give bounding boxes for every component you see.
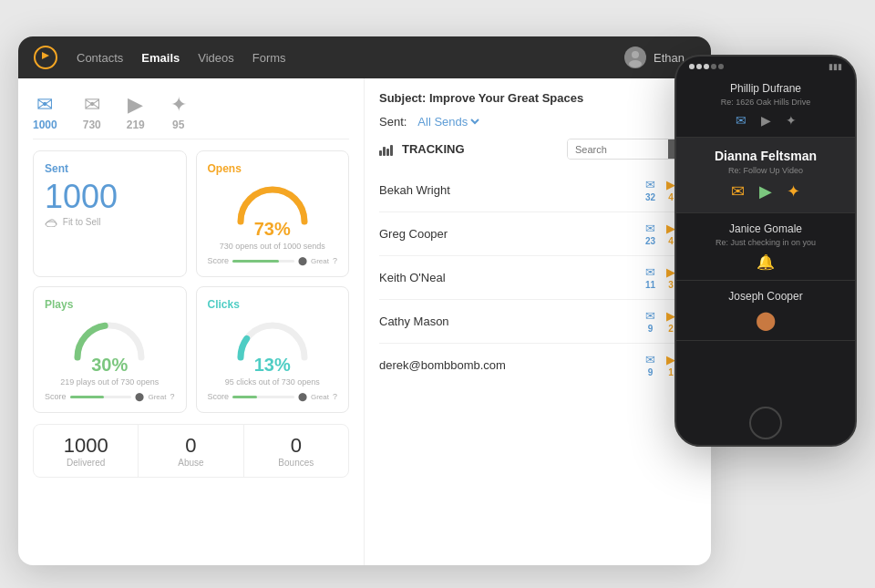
phone-content: Phillip Dufrane Re: 1626 Oak Hills Drive… <box>676 73 855 401</box>
phone-card-icons: 🔔 <box>689 253 842 271</box>
opens-detail: 730 opens out of 1000 sends <box>208 242 338 251</box>
signal-dot <box>689 64 695 69</box>
bar-chart-icon <box>379 143 393 156</box>
delivered-label: Delivered <box>43 458 129 468</box>
email-icon: ✉ <box>645 353 655 366</box>
phone-card-phillip[interactable]: Phillip Dufrane Re: 1626 Oak Hills Drive… <box>676 73 855 138</box>
opens-great-label: Great <box>311 257 329 265</box>
table-row: Bekah Wright ✉ 32 ▶ 4 ✦ <box>379 169 696 212</box>
nav-links: Contacts Emails Videos Forms <box>77 51 624 65</box>
signal-dot <box>704 64 709 69</box>
phone-contact-sub: Re: 1626 Oak Hills Drive <box>689 98 842 107</box>
phone-home-button[interactable] <box>749 407 782 439</box>
contact-name[interactable]: Greg Cooper <box>379 227 645 241</box>
svg-point-2 <box>629 60 642 67</box>
clicks-number: 95 <box>172 119 184 131</box>
nav-bar: Contacts Emails Videos Forms Ethan ▾ <box>18 36 711 78</box>
table-row: Cathy Mason ✉ 9 ▶ 2 ✦ <box>379 300 696 344</box>
stat-opens[interactable]: ✉ 730 <box>83 93 101 131</box>
right-panel: Subject: Improve Your Great Spaces Sent:… <box>365 78 711 565</box>
plays-great-label: Great <box>148 393 166 401</box>
phone-card-dianna[interactable]: Dianna Feltsman Re: Follow Up Video ✉ ▶ … <box>676 138 855 213</box>
phone-statusbar: ▮▮▮ <box>676 57 855 73</box>
signal-dot <box>711 64 716 69</box>
plays-icon: ▶ <box>128 93 143 117</box>
sent-card: Sent 1000 Fit to Sell <box>33 150 187 277</box>
avatar <box>624 46 646 68</box>
plays-number: 219 <box>127 119 145 131</box>
opens-gauge: 73% <box>208 181 338 240</box>
bottom-stats: 1000 Delivered 0 Abuse 0 Bounces <box>33 424 349 478</box>
clicks-icon: ✦ <box>170 93 187 117</box>
phone-card-icons: ✉ ▶ ✦ <box>689 181 842 201</box>
email-stat: ✉ 9 <box>645 309 655 334</box>
email-icon: ✉ <box>645 178 655 191</box>
nav-username: Ethan <box>654 51 685 65</box>
delivered-number: 1000 <box>43 434 129 458</box>
phone-signal <box>689 64 724 69</box>
stat-clicks[interactable]: ✦ 95 <box>170 93 187 131</box>
plays-card: Plays 30% 219 plays out of 730 opens Sco… <box>33 286 187 413</box>
sent-card-sub: Fit to Sell <box>45 217 175 227</box>
email-icon: ✉ <box>645 309 655 323</box>
opens-card: Opens 73% 730 opens out of 1000 sends Sc… <box>196 150 350 277</box>
nav-forms[interactable]: Forms <box>252 51 286 65</box>
nav-videos[interactable]: Videos <box>198 51 234 65</box>
phone-card-janice[interactable]: Janice Gomale Re: Just checking in on yo… <box>676 213 855 281</box>
email-stat: ✉ 9 <box>645 353 655 377</box>
tracking-title: TRACKING <box>379 142 560 156</box>
contact-name[interactable]: Cathy Mason <box>379 315 645 328</box>
email-count: 9 <box>648 367 654 377</box>
email-count: 9 <box>648 324 654 334</box>
sent-select[interactable]: All Sends <box>414 114 482 129</box>
plays-score-bar <box>70 396 132 398</box>
phone-bell-icon: 🔔 <box>757 253 775 271</box>
plays-card-title: Plays <box>45 298 175 311</box>
phone-click-icon: ✦ <box>786 113 797 128</box>
email-count: 11 <box>645 280 655 290</box>
phone-contact-name: Dianna Feltsman <box>689 149 842 163</box>
phone-contact-sub: Re: Follow Up Video <box>689 166 842 175</box>
table-row: Keith O'Neal ✉ 11 ▶ 3 ✦ <box>379 256 696 300</box>
subject-value: Improve Your Great Spaces <box>429 91 583 105</box>
contact-name[interactable]: Keith O'Neal <box>379 271 645 284</box>
plays-gauge: 30% <box>45 316 175 376</box>
plays-info-icon[interactable]: ? <box>170 392 174 401</box>
opens-score-row: Score ⬤ Great ? <box>208 256 338 265</box>
play-count: 1 <box>668 367 674 377</box>
contact-name[interactable]: derek@bombbomb.com <box>379 358 645 372</box>
plays-percent: 30% <box>91 355 128 376</box>
clicks-info-icon[interactable]: ? <box>333 392 337 401</box>
stat-plays[interactable]: ▶ 219 <box>127 93 145 131</box>
play-count: 4 <box>668 236 674 246</box>
signal-dot <box>718 64 724 69</box>
contact-name[interactable]: Bekah Wright <box>379 183 645 197</box>
phone-card-joseph[interactable]: Joseph Cooper ⬤ <box>676 281 855 341</box>
nav-contacts[interactable]: Contacts <box>77 51 123 65</box>
play-count: 2 <box>668 324 674 334</box>
opens-card-title: Opens <box>208 162 338 175</box>
opens-info-icon[interactable]: ? <box>333 256 337 265</box>
abuse-stat: 0 Abuse <box>139 425 243 477</box>
email-count: 32 <box>645 192 655 202</box>
nav-emails[interactable]: Emails <box>141 51 180 65</box>
clicks-score-bar <box>232 396 294 398</box>
abuse-label: Abuse <box>148 458 233 468</box>
stat-sent[interactable]: ✉ 1000 <box>33 93 57 131</box>
play-count: 4 <box>668 192 674 202</box>
clicks-great-label: Great <box>311 393 329 401</box>
phone-card-icons: ⬤ <box>689 309 842 331</box>
clicks-score-row: Score ⬤ Great ? <box>208 392 338 401</box>
email-count: 23 <box>645 236 655 246</box>
subject-row: Subject: Improve Your Great Spaces <box>379 91 696 105</box>
phone-record-icon: ⬤ <box>756 309 776 331</box>
search-input[interactable] <box>568 139 668 159</box>
phone-email-icon-active: ✉ <box>731 181 745 201</box>
opens-score-label: Score <box>208 256 230 265</box>
sent-static-label: Sent: <box>379 115 407 129</box>
phone-email-icon: ✉ <box>736 113 746 128</box>
tracking-header: TRACKING 🔍 <box>379 139 696 160</box>
phone-contact-sub: Re: Just checking in on you <box>689 238 842 247</box>
logo <box>33 45 58 70</box>
subject-label: Subject: <box>379 91 429 105</box>
